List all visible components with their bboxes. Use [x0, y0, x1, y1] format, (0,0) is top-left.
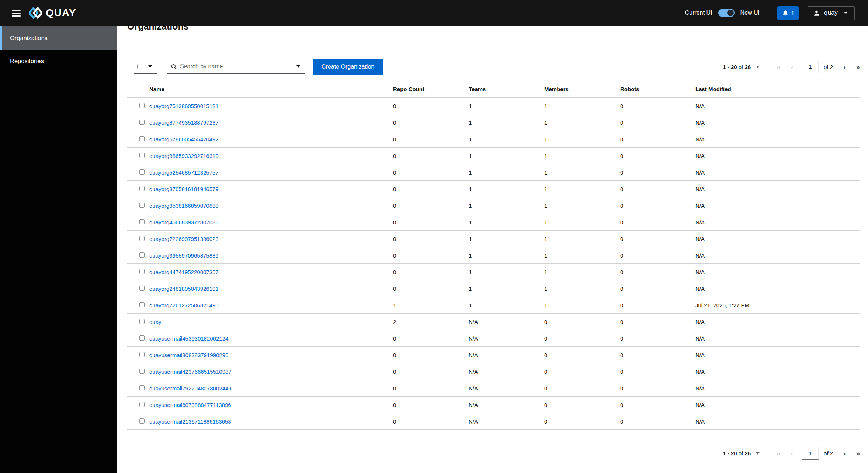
organization-link[interactable]: quayorg3955970965875839 — [149, 252, 219, 259]
user-menu-button[interactable]: quay — [808, 6, 855, 20]
name-cell: quayorg7261272506821490 — [149, 302, 393, 308]
row-checkbox[interactable] — [139, 385, 145, 390]
organization-link[interactable]: quayorg7513860550015181 — [149, 103, 219, 109]
notifications-button[interactable]: 1 — [777, 6, 799, 20]
robots-cell: 0 — [620, 252, 695, 259]
row-checkbox-cell — [127, 186, 149, 192]
per-page-dropdown[interactable] — [756, 452, 760, 455]
row-checkbox[interactable] — [139, 219, 145, 224]
quay-logo: QUAY — [29, 7, 76, 19]
teams-cell: 1 — [469, 236, 544, 242]
organization-link[interactable]: quayorg3538166859070888 — [149, 203, 219, 209]
organization-link[interactable]: quayusermail6073888477113896 — [149, 402, 231, 408]
organization-link[interactable]: quayorg2481895043926101 — [149, 286, 219, 292]
last-modified-cell: N/A — [695, 203, 860, 209]
last-modified-cell: N/A — [695, 219, 860, 225]
organization-link[interactable]: quay — [149, 319, 162, 325]
row-checkbox[interactable] — [139, 186, 145, 191]
quay-app: QUAY Current UI New UI 1 quay — [0, 0, 868, 473]
organization-link[interactable]: quayorg6786005455470492 — [149, 136, 219, 142]
teams-cell: 1 — [469, 302, 544, 308]
row-checkbox[interactable] — [139, 203, 145, 208]
row-checkbox[interactable] — [139, 103, 145, 108]
ui-version-toggle[interactable] — [718, 9, 735, 17]
members-cell: 1 — [544, 286, 620, 292]
notification-count: 1 — [791, 10, 794, 16]
page-number-input[interactable] — [802, 447, 819, 460]
row-checkbox[interactable] — [139, 369, 145, 374]
hamburger-icon — [12, 10, 21, 11]
row-checkbox[interactable] — [139, 302, 145, 307]
last-modified-cell: N/A — [695, 286, 860, 292]
organization-link[interactable]: quayorg3705816181946579 — [149, 186, 219, 192]
last-modified-cell: N/A — [695, 352, 860, 358]
first-page-button[interactable]: « — [777, 63, 781, 70]
prev-page-button[interactable]: ‹ — [791, 63, 793, 70]
organization-link[interactable]: quayorg7261272506821490 — [149, 302, 219, 308]
next-page-button[interactable]: › — [843, 63, 846, 70]
row-checkbox[interactable] — [139, 269, 145, 274]
row-checkbox[interactable] — [139, 136, 145, 141]
row-checkbox[interactable] — [139, 153, 145, 158]
search-filter-dropdown[interactable] — [291, 62, 305, 71]
row-checkbox[interactable] — [139, 120, 145, 125]
create-organization-button[interactable]: Create Organization — [313, 59, 383, 75]
row-checkbox[interactable] — [139, 335, 145, 341]
organization-link[interactable]: quayusermail2136711886163653 — [149, 418, 231, 425]
name-cell: quayorg6786005455470492 — [149, 136, 393, 142]
next-page-button[interactable]: › — [843, 450, 846, 457]
bulk-select-dropdown[interactable] — [134, 60, 157, 74]
repo-count-cell: 0 — [393, 402, 469, 408]
organization-link[interactable]: quayorg4566839372807086 — [149, 219, 219, 225]
last-modified-cell: Jul 21, 2025, 1:27 PM — [695, 302, 860, 308]
teams-cell: N/A — [469, 385, 544, 391]
row-checkbox[interactable] — [139, 252, 145, 258]
organization-link[interactable]: quayorg5254685712325757 — [149, 169, 219, 176]
per-page-dropdown[interactable] — [756, 66, 760, 68]
row-checkbox[interactable] — [139, 319, 145, 324]
members-cell: 0 — [544, 385, 620, 391]
teams-cell: N/A — [469, 402, 544, 408]
teams-cell: 1 — [469, 252, 544, 259]
row-checkbox-cell — [127, 252, 149, 259]
name-cell: quayusermail7922048278002449 — [149, 385, 393, 391]
table-row: quayusermail453930182002124 0 N/A 0 0 N/… — [127, 330, 860, 347]
row-checkbox[interactable] — [139, 418, 145, 424]
row-checkbox[interactable] — [139, 169, 145, 175]
prev-page-button[interactable]: ‹ — [791, 450, 793, 457]
members-cell: 1 — [544, 120, 620, 126]
row-checkbox[interactable] — [139, 286, 145, 291]
sidebar-item-organizations[interactable]: Organizations — [0, 26, 117, 50]
teams-cell: 1 — [469, 169, 544, 176]
nav-toggle-button[interactable] — [10, 8, 22, 18]
repo-count-cell: 0 — [393, 286, 469, 292]
row-checkbox[interactable] — [139, 236, 145, 241]
organization-link[interactable]: quayusermail808383791990290 — [149, 352, 228, 358]
robots-cell: 0 — [620, 120, 695, 126]
name-cell: quayorg3705816181946579 — [149, 186, 393, 192]
row-checkbox-cell — [127, 136, 149, 142]
organization-link[interactable]: quayusermail453930182002124 — [149, 335, 228, 342]
sidebar-item-repositories[interactable]: Repositories — [0, 50, 117, 72]
select-all-checkbox[interactable] — [137, 64, 142, 69]
last-page-button[interactable]: » — [856, 450, 860, 457]
repo-count-cell: 0 — [393, 252, 469, 259]
last-modified-cell: N/A — [695, 385, 860, 391]
search-input[interactable] — [180, 63, 291, 70]
last-page-button[interactable]: » — [856, 63, 860, 70]
page-number-input[interactable] — [802, 61, 819, 73]
first-page-button[interactable]: « — [777, 450, 781, 457]
organization-link[interactable]: quayorg8774935188797237 — [149, 120, 219, 126]
repo-count-cell: 0 — [393, 186, 469, 192]
organization-link[interactable]: quayorg8865933292716310 — [149, 153, 219, 159]
teams-cell: N/A — [469, 335, 544, 342]
organization-link[interactable]: quayusermail4237666515510987 — [149, 369, 232, 375]
organization-link[interactable]: quayorg7226997951386023 — [149, 236, 219, 242]
organization-link[interactable]: quayusermail7922048278002449 — [149, 385, 232, 391]
table-row: quayorg8865933292716310 0 1 1 0 N/A — [127, 148, 860, 164]
row-checkbox[interactable] — [139, 352, 145, 357]
column-header-teams: Teams — [469, 86, 544, 92]
row-checkbox[interactable] — [139, 402, 145, 407]
chevron-down-icon — [296, 65, 300, 68]
organization-link[interactable]: quayorg4474195220007357 — [149, 269, 219, 275]
